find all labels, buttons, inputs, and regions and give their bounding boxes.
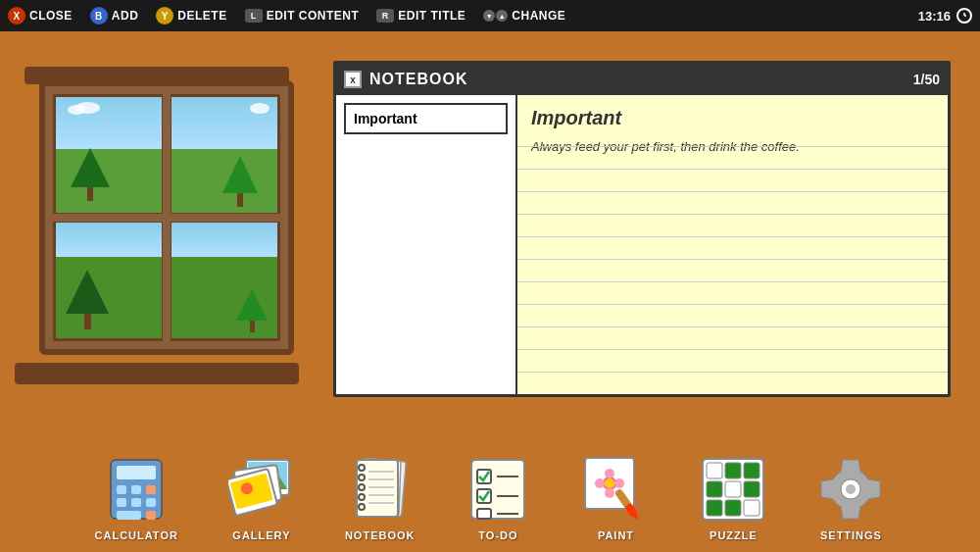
- top-bar: X CLOSE B ADD Y DELETE L EDIT CONTENT R …: [0, 0, 980, 31]
- notebook-content-title: Important: [531, 107, 934, 129]
- window-pane-bottom-right: [169, 220, 280, 341]
- notebook-list-item[interactable]: Important: [344, 103, 508, 134]
- settings-icon: [816, 455, 885, 524]
- todo-label: TO-DO: [478, 529, 517, 541]
- calculator-app-icon[interactable]: CALCULATOR: [95, 455, 178, 541]
- bottom-bar: CALCULATOR GALLERY: [0, 444, 980, 552]
- gallery-label: GALLERY: [232, 529, 290, 541]
- todo-icon: [464, 455, 532, 524]
- window-frame: [39, 80, 294, 355]
- svg-rect-3: [117, 466, 156, 479]
- svg-point-60: [846, 484, 856, 494]
- paint-icon: [581, 455, 650, 524]
- svg-rect-51: [725, 463, 741, 478]
- svg-point-41: [605, 469, 614, 478]
- settings-label: SETTINGS: [820, 529, 882, 541]
- notebook-label: NOTEBOOK: [345, 529, 416, 541]
- edit-content-button[interactable]: L EDIT CONTENT: [245, 9, 360, 23]
- puzzle-label: PUZZLE: [710, 529, 758, 541]
- svg-rect-6: [146, 485, 156, 494]
- todo-app-icon[interactable]: TO-DO: [464, 455, 532, 541]
- b-button-icon: B: [90, 7, 108, 25]
- edit-title-label: EDIT TITLE: [398, 9, 466, 23]
- window-pane-top-left: [53, 94, 165, 216]
- gallery-icon: [227, 455, 296, 524]
- svg-rect-57: [725, 500, 741, 516]
- svg-rect-55: [744, 481, 760, 497]
- svg-rect-37: [477, 509, 491, 519]
- svg-rect-52: [744, 463, 760, 478]
- calculator-icon: [102, 455, 171, 524]
- y-button-icon: Y: [156, 7, 173, 25]
- notebook-content-text: Always feed your pet first, then drink t…: [531, 137, 934, 158]
- svg-rect-11: [146, 511, 156, 520]
- settings-app-icon[interactable]: SETTINGS: [816, 455, 885, 541]
- svg-point-45: [605, 478, 614, 488]
- notebook-close-button[interactable]: x: [344, 71, 362, 88]
- notebook-list-panel: Important: [336, 95, 517, 394]
- notebook-panel: x NOTEBOOK 1/50 Important Impor: [333, 61, 951, 397]
- calculator-label: CALCULATOR: [95, 529, 178, 541]
- svg-rect-21: [357, 460, 398, 517]
- x-button-icon: X: [8, 7, 25, 25]
- notebook-titlebar: x NOTEBOOK 1/50: [336, 64, 948, 95]
- paint-app-icon[interactable]: PAINT: [581, 455, 650, 541]
- window-pane-bottom-left: [53, 220, 165, 341]
- notebook-icon: [346, 455, 415, 524]
- notebook-lines: [517, 146, 948, 394]
- notebook-page: 1/50: [913, 72, 940, 87]
- svg-rect-8: [131, 498, 141, 507]
- svg-rect-10: [117, 511, 141, 520]
- svg-point-43: [595, 478, 605, 488]
- edit-content-label: EDIT CONTENT: [267, 9, 360, 23]
- svg-point-42: [605, 488, 614, 498]
- notebook-app-icon[interactable]: NOTEBOOK: [345, 455, 416, 541]
- window-pane-top-right: [169, 94, 280, 216]
- gallery-app-icon[interactable]: GALLERY: [227, 455, 296, 541]
- svg-rect-58: [744, 500, 760, 516]
- svg-rect-54: [725, 481, 741, 497]
- puzzle-app-icon[interactable]: PUZZLE: [699, 455, 767, 541]
- l-button-icon: L: [245, 9, 263, 23]
- svg-rect-5: [131, 485, 141, 494]
- notebook-title: NOTEBOOK: [369, 71, 913, 88]
- notebook-body: Important Important Always feed your pet…: [336, 95, 948, 394]
- add-label: ADD: [112, 9, 139, 23]
- svg-rect-50: [707, 463, 722, 478]
- dpad-icon: ▼ ▲: [483, 10, 508, 22]
- window-ledge-bottom: [15, 363, 299, 384]
- svg-rect-9: [146, 498, 156, 507]
- change-label: CHANGE: [512, 9, 565, 23]
- svg-point-44: [614, 478, 624, 488]
- window-illustration: [29, 61, 304, 394]
- paint-label: PAINT: [598, 529, 634, 541]
- edit-title-button[interactable]: R EDIT TITLE: [376, 9, 466, 23]
- notebook-window: x NOTEBOOK 1/50 Important Impor: [333, 61, 951, 397]
- svg-rect-7: [117, 498, 126, 507]
- delete-button[interactable]: Y DELETE: [156, 7, 226, 25]
- close-label: CLOSE: [29, 9, 73, 23]
- main-area: x NOTEBOOK 1/50 Important Impor: [0, 31, 980, 552]
- clock-icon: [956, 8, 972, 24]
- svg-rect-56: [707, 500, 722, 516]
- delete-label: DELETE: [177, 9, 226, 23]
- svg-rect-53: [707, 481, 722, 497]
- change-button[interactable]: ▼ ▲ CHANGE: [483, 9, 565, 23]
- puzzle-icon: [699, 455, 767, 524]
- time-text: 13:16: [918, 9, 951, 24]
- svg-rect-4: [117, 485, 126, 494]
- clock-display: 13:16: [918, 8, 972, 24]
- notebook-content-panel: Important Always feed your pet first, th…: [517, 95, 948, 394]
- add-button[interactable]: B ADD: [90, 7, 139, 25]
- r-button-icon: R: [376, 9, 394, 23]
- close-button[interactable]: X CLOSE: [8, 7, 73, 25]
